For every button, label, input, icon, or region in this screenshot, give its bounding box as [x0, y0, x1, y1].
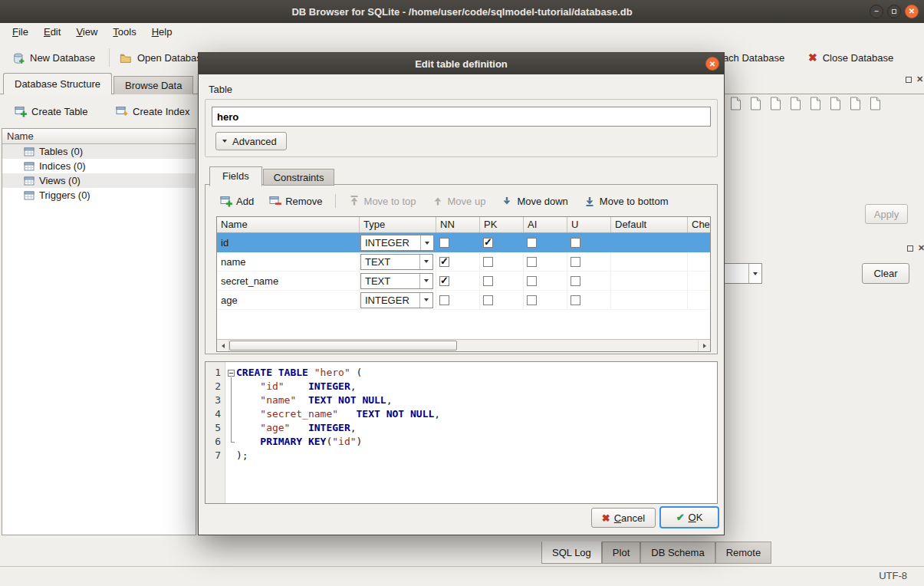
tree-item-triggers-0-[interactable]: Triggers (0)	[2, 188, 196, 202]
ai-checkbox[interactable]	[527, 257, 537, 267]
dock-toolbar-icon[interactable]	[827, 95, 843, 112]
ai-checkbox[interactable]	[527, 295, 537, 305]
menu-edit[interactable]: Edit	[36, 23, 68, 41]
table-label: Table	[209, 84, 232, 95]
close-window-button[interactable]: ✕	[905, 5, 919, 18]
column-header-name[interactable]: Name	[217, 217, 360, 232]
type-combobox[interactable]: INTEGER	[360, 235, 434, 251]
column-header-ai[interactable]: AI	[524, 217, 567, 232]
clear-button[interactable]: Clear	[862, 263, 909, 284]
ai-checkbox[interactable]	[527, 238, 537, 248]
nn-checkbox[interactable]	[439, 295, 449, 305]
type-combobox[interactable]: TEXT	[360, 273, 433, 289]
column-header-nn[interactable]: NN	[436, 217, 480, 232]
horizontal-scrollbar[interactable]	[217, 339, 710, 351]
tab-database-structure[interactable]: Database Structure	[3, 73, 112, 94]
dock-toolbar-icon[interactable]	[788, 95, 803, 112]
window-titlebar[interactable]: DB Browser for SQLite - /home/user/code/…	[0, 0, 924, 23]
line-number: 6	[206, 435, 225, 449]
column-header-u[interactable]: U	[567, 217, 611, 232]
scrollbar-thumb[interactable]	[229, 341, 457, 351]
tree-header-name[interactable]: Name	[2, 129, 196, 144]
dock-toolbar-icon[interactable]	[728, 95, 743, 112]
dock-toolbar-icon[interactable]	[867, 95, 883, 112]
tab-remote[interactable]: Remote	[715, 542, 772, 564]
sql-preview[interactable]: 1234567 CREATE TABLE "hero" ( "id" INTEG…	[205, 361, 718, 504]
move-to-bottom-button[interactable]: Move to bottom	[580, 193, 672, 209]
field-row-id[interactable]: idINTEGER	[217, 233, 710, 252]
pk-checkbox[interactable]	[483, 276, 493, 286]
field-row-name[interactable]: nameTEXT	[217, 252, 710, 272]
scroll-left-button[interactable]	[217, 340, 229, 351]
column-header-check[interactable]: Check	[688, 217, 711, 232]
apply-button[interactable]: Apply	[865, 204, 908, 224]
float-dock-icon[interactable]	[906, 77, 912, 83]
create-index-button[interactable]: Create Index	[112, 101, 193, 121]
maximize-button[interactable]	[887, 5, 901, 18]
dialog-titlebar[interactable]: Edit table definition ✕	[199, 53, 724, 74]
menu-file[interactable]: File	[5, 23, 36, 41]
pk-checkbox[interactable]	[483, 238, 493, 248]
ok-button[interactable]: ✔ OK	[659, 506, 719, 528]
toolbar-separator	[335, 194, 336, 208]
pk-checkbox[interactable]	[483, 257, 493, 267]
close-dock-icon[interactable]: ✕	[918, 244, 924, 252]
toolbar-separator	[109, 48, 110, 67]
menu-tools[interactable]: Tools	[105, 23, 143, 41]
close-dock-icon[interactable]: ✕	[916, 75, 923, 84]
ai-checkbox[interactable]	[527, 276, 537, 286]
tree-item-label: Triggers (0)	[39, 189, 90, 201]
dialog-close-button[interactable]: ✕	[705, 57, 719, 71]
u-checkbox[interactable]	[571, 276, 580, 286]
status-bar	[0, 566, 924, 586]
column-header-pk[interactable]: PK	[480, 217, 524, 232]
table-name-input[interactable]	[212, 107, 711, 127]
nn-checkbox[interactable]	[439, 257, 449, 267]
menu-view[interactable]: View	[68, 23, 105, 41]
pk-checkbox[interactable]	[483, 295, 493, 305]
tab-browse-data[interactable]: Browse Data	[113, 76, 193, 94]
check-cell	[688, 252, 711, 272]
scroll-right-button[interactable]	[698, 340, 710, 351]
nn-checkbox[interactable]	[439, 276, 449, 286]
add-button[interactable]: Add	[217, 193, 257, 209]
tab-plot[interactable]: Plot	[602, 542, 640, 564]
create-table-button[interactable]: Create Table	[11, 101, 91, 121]
type-combobox[interactable]: INTEGER	[360, 292, 433, 308]
dock-toolbar-icon[interactable]	[807, 95, 823, 112]
type-combobox[interactable]: TEXT	[360, 254, 433, 270]
u-checkbox[interactable]	[571, 238, 580, 248]
float-dock-icon[interactable]	[907, 245, 913, 252]
column-header-type[interactable]: Type	[360, 217, 436, 232]
dialog-tab-constraints[interactable]: Constraints	[263, 169, 335, 186]
cancel-button[interactable]: ✖ Cancel	[591, 508, 656, 528]
tab-db-schema[interactable]: DB Schema	[640, 542, 715, 564]
ai-cell	[524, 252, 567, 272]
field-row-age[interactable]: ageINTEGER	[217, 291, 710, 310]
u-checkbox[interactable]	[571, 257, 580, 267]
close-database-button[interactable]: ✖ Close Database	[804, 45, 898, 70]
tree-item-tables-0-[interactable]: Tables (0)	[2, 144, 196, 159]
close-database-label: Close Database	[823, 52, 894, 64]
dock-toolbar-icon[interactable]	[847, 95, 863, 112]
advanced-toggle-button[interactable]: Advanced	[215, 132, 287, 150]
dialog-tab-fields[interactable]: Fields	[209, 166, 262, 186]
menu-help[interactable]: Help	[144, 23, 180, 41]
sql-line: "age" INTEGER,	[236, 421, 717, 435]
tree-item-indices-0-[interactable]: Indices (0)	[2, 159, 196, 173]
column-header-default[interactable]: Default	[611, 217, 688, 232]
dock-controls-bottom: ✕	[907, 244, 924, 252]
u-checkbox[interactable]	[571, 295, 580, 305]
new-database-button[interactable]: New Database	[8, 45, 100, 70]
nn-checkbox[interactable]	[439, 238, 449, 248]
remove-button[interactable]: Remove	[266, 193, 325, 209]
minimize-button[interactable]: –	[870, 5, 883, 18]
fold-marker-icon[interactable]	[228, 370, 235, 377]
dock-toolbar-icon[interactable]	[768, 95, 783, 112]
tab-sql-log[interactable]: SQL Log	[541, 542, 602, 564]
dock-toolbar-icon[interactable]	[748, 95, 763, 112]
move-down-button[interactable]: Move down	[498, 193, 571, 209]
tree-item-views-0-[interactable]: Views (0)	[2, 173, 196, 188]
line-number: 4	[206, 407, 225, 421]
field-row-secret-name[interactable]: secret_nameTEXT	[217, 272, 710, 291]
